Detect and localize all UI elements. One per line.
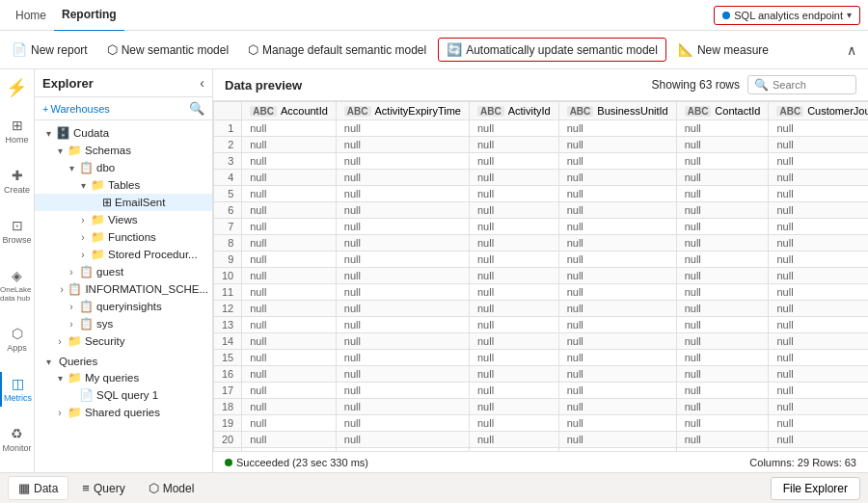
cell-null: null <box>242 120 337 137</box>
col-header-businessunit[interactable]: ABCBusinessUnitId <box>558 102 676 120</box>
cell-null: null <box>676 202 769 219</box>
tables-folder-icon: 📁 <box>91 178 105 192</box>
cell-null: null <box>769 317 868 333</box>
sys-expand-icon: › <box>66 319 77 330</box>
nav-home[interactable]: ⊞ Home <box>0 114 34 148</box>
tree-item-tables[interactable]: ▾ 📁 Tables <box>35 176 212 194</box>
tree-item-functions[interactable]: › 📁 Functions <box>35 228 212 246</box>
nav-monitor[interactable]: ♻ Monitor <box>0 422 34 457</box>
status-dot <box>225 459 232 466</box>
new-measure-button[interactable]: 📐 New measure <box>670 39 776 61</box>
tree-item-dbo[interactable]: ▾ 📋 dbo <box>35 159 212 176</box>
table-row[interactable]: 7nullnullnullnullnullnullnull <box>214 219 869 235</box>
col-header-activityid[interactable]: ABCActivityId <box>469 102 558 120</box>
table-row[interactable]: 19nullnullnullnullnullnullnull <box>214 415 869 432</box>
powerbi-logo: ⚡ <box>0 77 35 98</box>
tree-item-shared-queries[interactable]: › 📁 Shared queries <box>35 404 212 421</box>
top-bar: Home Reporting SQL analytics endpoint ▾ <box>0 0 868 31</box>
new-semantic-model-button[interactable]: ⬡ New semantic model <box>99 39 236 61</box>
tree-item-queryinsights[interactable]: › 📋 queryinsights <box>35 298 212 315</box>
col-header-contactid[interactable]: ABCContactId <box>676 102 769 120</box>
table-row[interactable]: 17nullnullnullnullnullnullnull <box>214 383 869 399</box>
tree-item-my-queries[interactable]: ▾ 📁 My queries <box>35 369 212 386</box>
browse-nav-icon: ⊡ <box>12 218 23 233</box>
table-row[interactable]: 4nullnullnullnullnullnullnull <box>214 170 869 186</box>
table-row[interactable]: 13nullnullnullnullnullnullnull <box>214 317 869 333</box>
nav-create[interactable]: ✚ Create <box>0 164 34 199</box>
table-row[interactable]: 10nullnullnullnullnullnullnull <box>214 268 869 284</box>
table-row[interactable]: 2nullnullnullnullnullnullnull <box>214 137 869 153</box>
file-explorer-button[interactable]: File Explorer <box>771 477 860 500</box>
cell-null: null <box>242 235 337 252</box>
reporting-tab[interactable]: Reporting <box>54 0 124 32</box>
table-row[interactable]: 16nullnullnullnullnullnullnull <box>214 366 869 383</box>
table-row[interactable]: 5nullnullnullnullnullnullnull <box>214 186 869 202</box>
table-row[interactable]: 3nullnullnullnullnullnullnull <box>214 153 869 170</box>
table-row[interactable]: 12nullnullnullnullnullnullnull <box>214 301 869 317</box>
tree-item-security[interactable]: › 📁 Security <box>35 332 212 350</box>
new-report-button[interactable]: 📄 New report <box>4 39 95 61</box>
table-row[interactable]: 14nullnullnullnullnullnullnull <box>214 333 869 350</box>
manage-default-button[interactable]: ⬡ Manage default semantic model <box>240 39 434 61</box>
tree-item-stored-proc[interactable]: › 📁 Stored Procedur... <box>35 246 212 263</box>
col-name-activityid: ActivityId <box>508 105 551 117</box>
tab-data[interactable]: ▦ Data <box>8 476 68 500</box>
col-header-activityexpiry[interactable]: ABCActivityExpiryTime <box>336 102 469 120</box>
ribbon-collapse-button[interactable]: ∧ <box>839 42 864 58</box>
tree-item-sys[interactable]: › 📋 sys <box>35 315 212 332</box>
cell-null: null <box>336 399 469 415</box>
table-row[interactable]: 8nullnullnullnullnullnullnull <box>214 235 869 252</box>
nav-onelake[interactable]: ◈ OneLake data hub <box>0 264 34 306</box>
table-row[interactable]: 20nullnullnullnullnullnullnull <box>214 432 869 448</box>
add-warehouses-button[interactable]: + Warehouses <box>42 103 110 115</box>
tree-item-schemas[interactable]: ▾ 📁 Schemas <box>35 142 212 159</box>
my-queries-folder-icon: 📁 <box>68 371 82 384</box>
auto-update-button[interactable]: 🔄 Automatically update semantic model <box>438 38 666 62</box>
sql-endpoint-button[interactable]: SQL analytics endpoint ▾ <box>714 6 860 25</box>
search-input[interactable] <box>773 79 850 91</box>
table-row[interactable]: 1nullnullnullnullnullnullnull <box>214 120 869 137</box>
row-number: 17 <box>214 383 242 399</box>
tree-item-sql-query1[interactable]: 📄 SQL query 1 <box>35 386 212 404</box>
table-row[interactable]: 15nullnullnullnullnullnullnull <box>214 350 869 366</box>
nav-metrics[interactable]: ◫ Metrics <box>0 372 34 407</box>
table-row[interactable]: 18nullnullnullnullnullnullnull <box>214 399 869 415</box>
powerbi-icon: ⚡ <box>6 77 27 98</box>
tree-item-guest[interactable]: › 📋 guest <box>35 263 212 280</box>
tree-item-queries[interactable]: ▾ Queries <box>35 354 212 369</box>
cell-null: null <box>242 137 337 153</box>
dbo-icon: 📋 <box>79 161 94 174</box>
col-header-customerjourney[interactable]: ABCCustomerJourneyId <box>769 102 868 120</box>
home-tab[interactable]: Home <box>8 9 54 22</box>
row-number: 1 <box>214 120 242 137</box>
table-row[interactable]: 11nullnullnullnullnullnullnull <box>214 284 869 301</box>
cell-null: null <box>336 202 469 219</box>
nav-apps[interactable]: ⬡ Apps <box>0 322 34 357</box>
explorer-search-button[interactable]: 🔍 <box>189 101 204 116</box>
search-box[interactable]: 🔍 <box>747 75 856 94</box>
nav-browse[interactable]: ⊡ Browse <box>0 214 34 249</box>
col-type-contactid: ABC <box>685 106 712 117</box>
cell-null: null <box>769 219 868 235</box>
emailsent-label: EmailSent <box>115 197 165 208</box>
queries-expand-icon: ▾ <box>42 357 54 367</box>
ribbon: 📄 New report ⬡ New semantic model ⬡ Mana… <box>0 31 868 69</box>
cell-null: null <box>676 235 769 252</box>
home-nav-label: Home <box>5 135 28 145</box>
tree-item-views[interactable]: › 📁 Views <box>35 211 212 228</box>
col-type-businessunit: ABC <box>567 106 594 117</box>
cell-null: null <box>676 383 769 399</box>
col-type-customerjourney: ABC <box>776 106 803 117</box>
table-row[interactable]: 6nullnullnullnullnullnullnull <box>214 202 869 219</box>
tree-item-emailsent[interactable]: ⊞ EmailSent <box>35 194 212 211</box>
col-header-accountid[interactable]: ABCAccountId <box>242 102 337 120</box>
tab-query[interactable]: ≡ Query <box>72 477 134 499</box>
tree-item-info-schema[interactable]: › 📋 INFORMATION_SCHE... <box>35 280 212 298</box>
explorer-collapse-button[interactable]: ‹ <box>200 75 204 91</box>
table-row[interactable]: 9nullnullnullnullnullnullnull <box>214 252 869 268</box>
tree-item-cudata[interactable]: ▾ 🗄️ Cudata <box>35 124 212 142</box>
data-grid-wrapper[interactable]: ABCAccountId ABCActivityExpiryTime ABCAc… <box>213 101 868 451</box>
cell-null: null <box>242 399 337 415</box>
status-text: Succeeded (23 sec 330 ms) <box>236 457 368 468</box>
tab-model[interactable]: ⬡ Model <box>139 477 204 499</box>
